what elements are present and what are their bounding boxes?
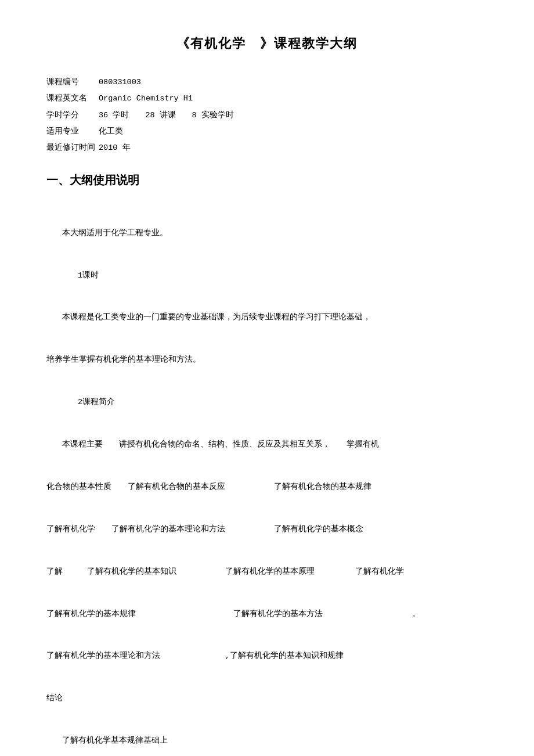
hours-label: 学时学分	[46, 109, 99, 123]
para-5: 2课程简介	[46, 395, 488, 409]
course-code-label: 课程编号	[46, 75, 99, 89]
info-row-name: 课程英文名 Organic Chemistry H1	[46, 92, 488, 106]
para-7: 化合物的基本性质 了解有机化合物的基本反应 了解有机化合物的基本规律	[46, 480, 488, 494]
modified-value: 2010 年	[99, 141, 488, 155]
course-name-value: Organic Chemistry H1	[99, 92, 488, 106]
info-row-applicable: 适用专业 化工类	[46, 125, 488, 139]
para-8: 了解有机化学 了解有机化学的基本理论和方法 了解有机化学的基本概念	[46, 523, 488, 537]
para-12: 结论	[46, 692, 488, 705]
page: 《有机化学 》课程教学大纲 课程编号 080331003 课程英文名 Organ…	[0, 0, 534, 756]
section1-title: 一、大纲使用说明	[46, 172, 488, 188]
page-title: 《有机化学 》课程教学大纲	[46, 35, 488, 52]
info-row-code: 课程编号 080331003	[46, 75, 488, 89]
para-13: 了解有机化学基本规律基础上	[46, 734, 488, 748]
para-9: 了解 了解有机化学的基本知识 了解有机化学的基本原理 了解有机化学	[46, 565, 488, 579]
para-6: 本课程主要 讲授有机化合物的命名、结构、性质、反应及其相互关系， 掌握有机	[46, 438, 488, 452]
applicable-value: 化工类	[99, 125, 488, 139]
course-name-label: 课程英文名	[46, 92, 99, 106]
info-row-modified: 最近修订时间 2010 年	[46, 141, 488, 155]
para-1: 本大纲适用于化学工程专业。	[46, 226, 488, 240]
modified-label: 最近修订时间	[46, 141, 99, 155]
para-3: 本课程是化工类专业的一门重要的专业基础课，为后续专业课程的学习打下理论基础，	[46, 311, 488, 325]
para-10: 了解有机化学的基本规律 了解有机化学的基本方法 。	[46, 607, 488, 621]
info-row-hours: 学时学分 36 学时 28 讲课 8 实验学时	[46, 109, 488, 123]
info-section: 课程编号 080331003 课程英文名 Organic Chemistry H…	[46, 75, 488, 155]
hours-value: 36 学时 28 讲课 8 实验学时	[99, 109, 488, 123]
para-11: 了解有机化学的基本理论和方法 ,了解有机化学的基本知识和规律	[46, 649, 488, 663]
course-code-value: 080331003	[99, 75, 488, 89]
applicable-label: 适用专业	[46, 125, 99, 139]
para-2: 1课时	[46, 269, 488, 283]
para-4: 培养学生掌握有机化学的基本理论和方法。	[46, 353, 488, 367]
section1-body: 本大纲适用于化学工程专业。 1课时 本课程是化工类专业的一门重要的专业基础课，为…	[46, 199, 488, 756]
